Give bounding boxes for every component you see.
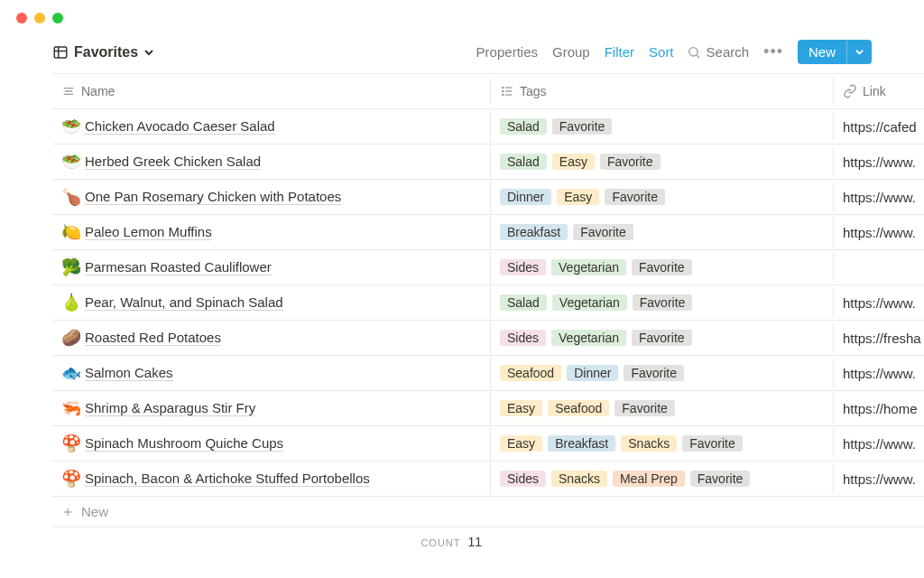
page-icon: 🍄 (61, 469, 79, 489)
table-row[interactable]: 🍗One Pan Rosemary Chicken with PotatoesD… (52, 180, 924, 215)
cell-link[interactable]: https://www. (834, 430, 924, 458)
cell-name[interactable]: 🐟Salmon Cakes (52, 357, 491, 389)
filter-button[interactable]: Filter (603, 42, 636, 61)
minimize-window-button[interactable] (34, 13, 45, 23)
cell-name[interactable]: 🍐Pear, Walnut, and Spinach Salad (52, 286, 491, 319)
tag: Vegetarian (551, 330, 626, 346)
page-icon: 🥗 (61, 117, 79, 136)
link-icon (843, 84, 857, 98)
tag: Favorite (690, 471, 751, 487)
table-row[interactable]: 🥗Herbed Greek Chicken SaladSaladEasyFavo… (52, 144, 924, 180)
cell-tags[interactable]: SaladEasyFavorite (491, 147, 834, 176)
table-footer: Count 11 (52, 527, 924, 549)
properties-button[interactable]: Properties (475, 42, 540, 61)
table-row[interactable]: 🥗Chicken Avocado Caeser SaladSaladFavori… (52, 109, 924, 144)
tag: Vegetarian (552, 294, 627, 311)
cell-link[interactable]: https://home (834, 395, 924, 423)
cell-link[interactable]: https://cafed (834, 113, 924, 141)
cell-name[interactable]: 🍄Spinach, Bacon & Artichoke Stuffed Port… (52, 462, 491, 495)
table-row[interactable]: 🍄Spinach, Bacon & Artichoke Stuffed Port… (52, 461, 924, 497)
tag: Favorite (632, 259, 692, 275)
cell-link[interactable]: https://www. (834, 465, 924, 493)
table-row[interactable]: 🦐Shrimp & Asparagus Stir FryEasySeafoodF… (52, 391, 924, 426)
view-switcher[interactable]: Favorites (52, 44, 154, 61)
page-title[interactable]: Chicken Avocado Caeser Salad (85, 118, 275, 135)
view-title: Favorites (74, 44, 138, 61)
cell-link[interactable]: https://www. (834, 289, 924, 317)
cell-link[interactable]: https://www. (834, 148, 924, 176)
cell-tags[interactable]: SidesSnacksMeal PrepFavorite (491, 464, 834, 493)
cell-link[interactable]: https://fresha (834, 324, 924, 352)
cell-name[interactable]: 🥦Parmesan Roasted Cauliflower (52, 251, 491, 284)
cell-name[interactable]: 🥗Herbed Greek Chicken Salad (52, 145, 491, 178)
count-label: Count (420, 537, 460, 548)
cell-link[interactable]: https://www. (834, 359, 924, 387)
new-button[interactable]: New (798, 40, 872, 64)
tag: Salad (500, 294, 547, 311)
cell-tags[interactable]: EasySeafoodFavorite (491, 394, 834, 423)
group-button[interactable]: Group (550, 42, 592, 61)
chevron-down-icon (855, 47, 864, 57)
table-row[interactable]: 🥦Parmesan Roasted CauliflowerSidesVegeta… (52, 250, 924, 285)
page-title[interactable]: Salmon Cakes (85, 365, 173, 381)
table-row[interactable]: 🐟Salmon CakesSeafoodDinnerFavoritehttps:… (52, 356, 924, 391)
cell-tags[interactable]: DinnerEasyFavorite (491, 182, 834, 211)
cell-tags[interactable]: SidesVegetarianFavorite (491, 253, 834, 282)
tag: Seafood (500, 365, 561, 381)
tag: Salad (500, 118, 547, 135)
search-icon (687, 45, 701, 60)
cell-tags[interactable]: SeafoodDinnerFavorite (491, 359, 834, 387)
svg-line-4 (697, 55, 699, 58)
maximize-window-button[interactable] (52, 13, 63, 23)
cell-tags[interactable]: SaladVegetarianFavorite (491, 288, 834, 317)
cell-name[interactable]: 🦐Shrimp & Asparagus Stir Fry (52, 392, 491, 424)
column-header-name[interactable]: Name (52, 78, 491, 105)
window-controls (0, 0, 924, 23)
tag: Snacks (551, 471, 607, 487)
svg-point-3 (688, 47, 697, 55)
count-value[interactable]: 11 (467, 535, 482, 549)
search-button[interactable]: Search (687, 44, 750, 60)
cell-name[interactable]: 🍋Paleo Lemon Muffins (52, 216, 491, 248)
page-title[interactable]: One Pan Rosemary Chicken with Potatoes (85, 189, 341, 205)
column-header-link[interactable]: Link (834, 78, 924, 105)
page-title[interactable]: Parmesan Roasted Cauliflower (85, 259, 272, 275)
add-row[interactable]: New (52, 497, 924, 527)
new-button-dropdown[interactable] (846, 41, 872, 64)
column-header-tags[interactable]: Tags (491, 78, 834, 105)
list-icon (500, 84, 514, 98)
page-title[interactable]: Herbed Greek Chicken Salad (85, 154, 261, 170)
cell-name[interactable]: 🍗One Pan Rosemary Chicken with Potatoes (52, 181, 491, 213)
cell-tags[interactable]: BreakfastFavorite (491, 218, 834, 247)
cell-tags[interactable]: SidesVegetarianFavorite (491, 323, 834, 352)
table-row[interactable]: 🍐Pear, Walnut, and Spinach SaladSaladVeg… (52, 285, 924, 321)
cell-name[interactable]: 🥔Roasted Red Potatoes (52, 322, 491, 354)
page-icon: 🍋 (61, 222, 79, 242)
cell-name[interactable]: 🍄Spinach Mushroom Quiche Cups (52, 427, 491, 460)
table-row[interactable]: 🍋Paleo Lemon MuffinsBreakfastFavoritehtt… (52, 215, 924, 250)
table-row[interactable]: 🍄Spinach Mushroom Quiche CupsEasyBreakfa… (52, 426, 924, 461)
page-title[interactable]: Paleo Lemon Muffins (85, 224, 212, 240)
page-icon: 🥦 (61, 257, 79, 277)
table-row[interactable]: 🥔Roasted Red PotatoesSidesVegetarianFavo… (52, 321, 924, 356)
tag: Easy (500, 435, 542, 452)
sort-button[interactable]: Sort (647, 42, 676, 61)
cell-name[interactable]: 🥗Chicken Avocado Caeser Salad (52, 110, 491, 143)
tag: Breakfast (548, 435, 615, 452)
page-icon: 🥗 (61, 152, 79, 172)
cell-tags[interactable]: EasyBreakfastSnacksFavorite (491, 429, 834, 458)
cell-link[interactable]: https://www. (834, 219, 924, 247)
add-row-label: New (81, 504, 108, 519)
tag: Seafood (548, 400, 609, 416)
page-title[interactable]: Spinach, Bacon & Artichoke Stuffed Porto… (85, 471, 370, 487)
page-title[interactable]: Shrimp & Asparagus Stir Fry (85, 400, 255, 416)
page-title[interactable]: Pear, Walnut, and Spinach Salad (85, 294, 283, 311)
page-title[interactable]: Spinach Mushroom Quiche Cups (85, 435, 283, 452)
cell-tags[interactable]: SaladFavorite (491, 112, 834, 141)
close-window-button[interactable] (16, 13, 27, 23)
page-icon: 🍗 (61, 187, 79, 207)
cell-link[interactable]: https://www. (834, 183, 924, 211)
page-title[interactable]: Roasted Red Potatoes (85, 330, 221, 346)
cell-link[interactable] (834, 261, 924, 274)
more-button[interactable]: ••• (760, 42, 787, 61)
